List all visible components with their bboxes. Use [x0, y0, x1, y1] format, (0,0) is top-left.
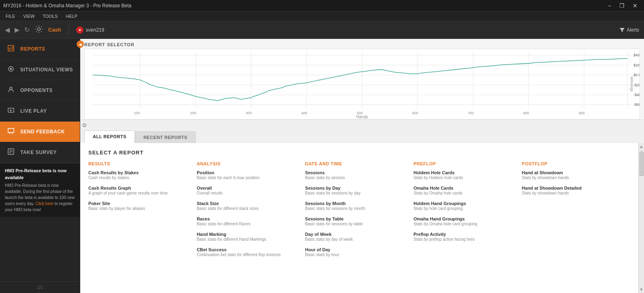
report-item-name: Sessions [305, 170, 413, 175]
menu-help[interactable]: HELP [62, 13, 81, 19]
notification-link[interactable]: Click here [35, 201, 53, 206]
report-item[interactable]: Sessions by MonthBasic stats for session… [305, 201, 413, 212]
report-item-desc: Stats by hole card grouping [413, 206, 522, 212]
player-selector[interactable]: ★ sven219 [76, 26, 104, 34]
forward-button[interactable]: ▶ [15, 26, 19, 34]
scroll-thumb[interactable] [640, 152, 644, 176]
report-item-desc: Basic stats for sessions by day [305, 190, 413, 196]
sidebar-item-take-survey[interactable]: TAKE SURVEY [0, 142, 80, 163]
reports-icon [6, 45, 15, 53]
player-icon: ★ [76, 26, 83, 34]
scroll-up-arrow[interactable]: ▲ [638, 143, 644, 150]
opponents-icon [6, 86, 15, 95]
sidebar-item-live-play[interactable]: LIVE PLAY [0, 101, 80, 122]
scrollbar[interactable]: ▲ ▼ [638, 143, 644, 293]
svg-text:$0.00: $0.00 [633, 73, 640, 77]
report-item[interactable]: Preflop ActivityStats by preflop action … [413, 232, 522, 242]
svg-text:$20.00: $20.00 [633, 63, 640, 67]
report-selector-wrapper: SELECT A REPORT RESULTSCash Results by S… [80, 143, 644, 293]
report-item-name: Cash Results by Stakes [88, 170, 197, 175]
report-item-desc: Basic stats for different Hand Markings [197, 237, 305, 242]
situational-views-icon [6, 65, 15, 74]
svg-point-6 [10, 68, 12, 70]
report-item[interactable]: Hand MarkingBasic stats for different Ha… [197, 232, 305, 242]
report-item-desc: Basic stats for each 6-max position [197, 175, 305, 181]
config-button[interactable] [34, 25, 43, 35]
back-button[interactable]: ◀ [5, 26, 10, 34]
report-item-name: Sessions by Table [305, 216, 413, 221]
chart-settings-button[interactable]: ⚙ [82, 122, 87, 128]
report-item[interactable]: Hand at Showdown DetailedStats by showdo… [522, 186, 630, 196]
svg-text:800: 800 [523, 111, 529, 115]
report-item-desc: Stats by showdown hands [522, 175, 630, 181]
report-item[interactable]: CBet SuccessContinuation bet stats for d… [197, 247, 305, 258]
main-content: REPORT SELECTOR [80, 39, 644, 293]
report-item-name: Sessions by Day [305, 186, 413, 190]
cash-label[interactable]: Cash [48, 27, 61, 33]
sidebar-feedback-label: SEND FEEDBACK [20, 129, 65, 135]
report-item[interactable]: OverallOverall results [197, 186, 305, 196]
report-item[interactable]: RacesBasic stats for different Races [197, 216, 305, 227]
sidebar-item-send-feedback[interactable]: SEND FEEDBACK [0, 122, 80, 142]
report-item-name: Hour of Day [305, 247, 413, 252]
report-item-name: Holdem Hand Groupings [413, 201, 522, 206]
report-item[interactable]: Hand at ShowdownStats by showdown hands [522, 170, 630, 181]
toolbar-divider [68, 25, 69, 35]
alerts-button[interactable]: Alerts [619, 27, 639, 33]
report-item-desc: Stats by Holdem hole cards [413, 175, 522, 181]
report-item-desc: Stats by Omaha hole cards [413, 190, 522, 196]
close-button[interactable]: ✕ [629, 2, 641, 10]
report-item[interactable]: Hour of DayBasic stats by hour [305, 247, 413, 258]
sidebar-item-reports[interactable]: REPORTS [0, 39, 80, 60]
report-item[interactable]: Day of WeekBasic stats by day of week [305, 232, 413, 242]
tab-recent-reports[interactable]: RECENT REPORTS [135, 131, 196, 143]
report-item-desc: Basic stats for different Races [197, 221, 305, 227]
minimize-button[interactable]: − [605, 2, 614, 10]
report-col-postflop: POSTFLOPHand at ShowdownStats by showdow… [522, 161, 630, 263]
survey-icon [6, 148, 15, 157]
report-item[interactable]: Sessions by TableBasic stats for session… [305, 216, 413, 227]
report-item[interactable]: Omaha Hand GroupingsStats by Omaha hole … [413, 216, 522, 227]
report-item-desc: Stats by showdown hands [522, 190, 630, 196]
notification-body: HM3 Pre-Release beta is now available. D… [5, 182, 75, 213]
report-item-name: Hand at Showdown [522, 170, 630, 175]
sidebar-item-situational-views[interactable]: SITUATIONAL VIEWS [0, 60, 80, 80]
report-item[interactable]: Holdem Hand GroupingsStats by hole card … [413, 201, 522, 212]
chart-container: 100 200 300 400 500 600 700 800 900 $40.… [84, 49, 640, 120]
report-item[interactable]: Stack SizeBasic stats for different stac… [197, 201, 305, 212]
player-name: sven219 [86, 27, 104, 33]
refresh-button[interactable]: ↻ [24, 26, 30, 34]
report-item[interactable]: Omaha Hole CardsStats by Omaha hole card… [413, 186, 522, 196]
sidebar-footer: 1/1 [0, 281, 80, 293]
menu-tools[interactable]: TOOLS [39, 13, 62, 19]
report-item[interactable]: Poker SiteBasic stats by player for alia… [88, 201, 197, 212]
svg-text:700: 700 [468, 111, 474, 115]
report-item[interactable]: Cash Results GraphA graph of your cash g… [88, 186, 197, 196]
alerts-label: Alerts [627, 27, 639, 33]
sidebar-live-play-label: LIVE PLAY [20, 108, 47, 114]
sidebar-collapse-button[interactable]: ◀ [77, 41, 84, 48]
svg-text:100: 100 [134, 111, 140, 115]
sidebar: ◀ REPORTS SITUATIONAL VIEWS OPPONENTS LI… [0, 39, 80, 293]
report-item[interactable]: SessionsBasic stats by session [305, 170, 413, 181]
tab-all-reports[interactable]: ALL REPORTS [84, 130, 135, 143]
sidebar-item-opponents[interactable]: OPPONENTS [0, 80, 80, 101]
menu-view[interactable]: VIEW [19, 13, 39, 19]
svg-text:-$40.00: -$40.00 [633, 93, 640, 97]
filter-icon [619, 27, 625, 33]
report-item[interactable]: Sessions by DayBasic stats for sessions … [305, 186, 413, 196]
report-item[interactable]: PositionBasic stats for each 6-max posit… [197, 170, 305, 181]
report-item[interactable]: Cash Results by StakesCash results by st… [88, 170, 197, 181]
report-item-desc: Basic stats for sessions by table [305, 221, 413, 227]
scroll-down-arrow[interactable]: ▼ [638, 286, 644, 293]
report-item-name: Poker Site [88, 201, 197, 206]
menu-file[interactable]: FILE [2, 13, 19, 19]
svg-text:200: 200 [190, 111, 196, 115]
report-col-title-preflop: PREFLOP [413, 161, 522, 166]
restore-button[interactable]: ❐ [616, 2, 628, 10]
report-col-date-and-time: DATE AND TIMESessionsBasic stats by sess… [305, 161, 413, 263]
report-item[interactable]: Holdem Hole CardsStats by Holdem hole ca… [413, 170, 522, 181]
svg-text:400: 400 [301, 111, 307, 115]
svg-point-0 [38, 28, 41, 31]
report-item-name: Stack Size [197, 201, 305, 206]
